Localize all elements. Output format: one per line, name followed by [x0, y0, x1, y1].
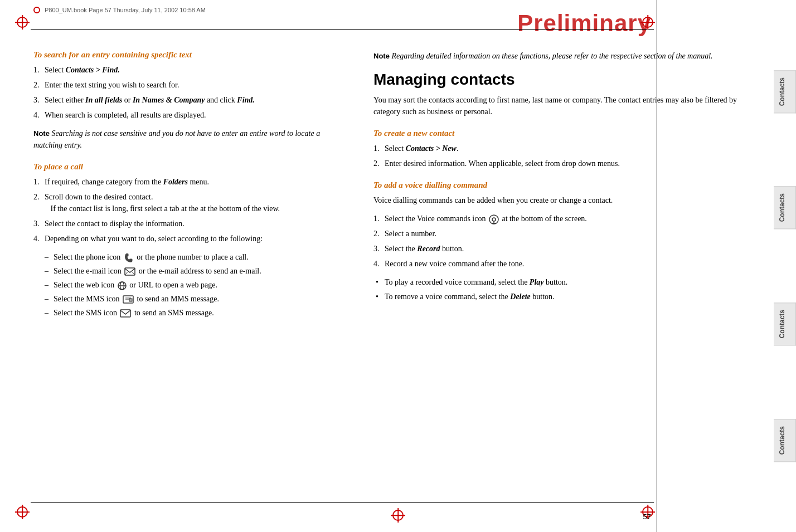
sidebar-tab-contacts-3[interactable]: Contacts: [774, 302, 796, 345]
call-bullets-list: Select the phone icon or the phone numbe…: [45, 251, 340, 319]
voice-step-3: 3. Select the Record button.: [373, 243, 751, 255]
columns: To search for an entry containing specif…: [33, 50, 751, 515]
mms-icon: [123, 295, 134, 304]
voice-step-1: 1. Select the Voice commands icon at the…: [373, 213, 751, 224]
section-heading-search: To search for an entry containing specif…: [33, 50, 340, 60]
right-top-note: Note Regarding detailed information on t…: [373, 50, 751, 62]
call-step-4: 4. Depending on what you want to do, sel…: [33, 233, 340, 245]
search-note: Note Searching is not case sensitive and…: [33, 128, 340, 151]
voice-steps-list: 1. Select the Voice commands icon at the…: [373, 213, 751, 270]
bullet-web: Select the web icon or URL to open a web…: [45, 279, 340, 291]
managing-contacts-heading: Managing contacts: [373, 71, 751, 89]
sidebar-tab-contacts-2[interactable]: Contacts: [774, 186, 796, 229]
svg-point-12: [492, 218, 496, 221]
svg-rect-9: [129, 299, 132, 301]
search-step-2: 2. Enter the text string you wish to sea…: [33, 79, 340, 91]
phone-icon: [124, 253, 134, 262]
section-heading-voice: To add a voice dialling command: [373, 180, 751, 190]
create-step-1: 1. Select Contacts > New.: [373, 143, 751, 154]
voice-icon: [489, 214, 499, 224]
web-icon: [118, 281, 127, 290]
right-column: Note Regarding detailed information on t…: [357, 50, 751, 515]
main-content: To search for an entry containing specif…: [0, 0, 774, 532]
call-step-3: 3. Select the contact to display the inf…: [33, 218, 340, 230]
call-step-1: 1. If required, change category from the…: [33, 176, 340, 188]
email-icon: [124, 267, 135, 276]
sidebar-tab-contacts-4[interactable]: Contacts: [774, 419, 796, 462]
search-step-1: 1. Select Contacts > Find.: [33, 64, 340, 76]
section-heading-create: To create a new contact: [373, 129, 751, 138]
call-step-2: 2. Scroll down to the desired contact. I…: [33, 191, 340, 214]
search-step-4: 4. When search is completed, all results…: [33, 109, 340, 121]
bullet-phone: Select the phone icon or the phone numbe…: [45, 251, 340, 263]
page-container: P800_UM.book Page 57 Thursday, July 11, …: [0, 0, 796, 532]
voice-step-4: 4. Record a new voice command after the …: [373, 258, 751, 270]
bullet-sms: Select the SMS icon to send an SMS messa…: [45, 307, 340, 319]
voice-bullet-play: To play a recorded voice command, select…: [373, 276, 751, 288]
section-heading-call: To place a call: [33, 162, 340, 172]
sms-icon: [120, 309, 131, 318]
create-step-2: 2. Enter desired information. When appli…: [373, 158, 751, 169]
sidebar-tab-contacts-1[interactable]: Contacts: [774, 70, 796, 113]
bullet-mms: Select the MMS icon to send an MMS messa…: [45, 293, 340, 305]
managing-contacts-body: You may sort the contacts according to f…: [373, 94, 751, 118]
voice-bullets-list: To play a recorded voice command, select…: [373, 276, 751, 302]
voice-intro: Voice dialling commands can be added whe…: [373, 194, 751, 206]
svg-rect-0: [125, 268, 135, 275]
voice-bullet-delete: To remove a voice command, select the De…: [373, 291, 751, 302]
sidebar-tabs: Contacts Contacts Contacts Contacts: [774, 0, 796, 532]
create-steps-list: 1. Select Contacts > New. 2. Enter desir…: [373, 143, 751, 169]
search-steps-list: 1. Select Contacts > Find. 2. Enter the …: [33, 64, 340, 121]
search-step-3: 3. Select either In all fields or In Nam…: [33, 94, 340, 106]
svg-rect-10: [120, 310, 130, 317]
left-column: To search for an entry containing specif…: [33, 50, 357, 515]
voice-step-2: 2. Select a number.: [373, 228, 751, 240]
call-steps-list: 1. If required, change category from the…: [33, 176, 340, 245]
bullet-email: Select the e-mail icon or the e-mail add…: [45, 265, 340, 277]
